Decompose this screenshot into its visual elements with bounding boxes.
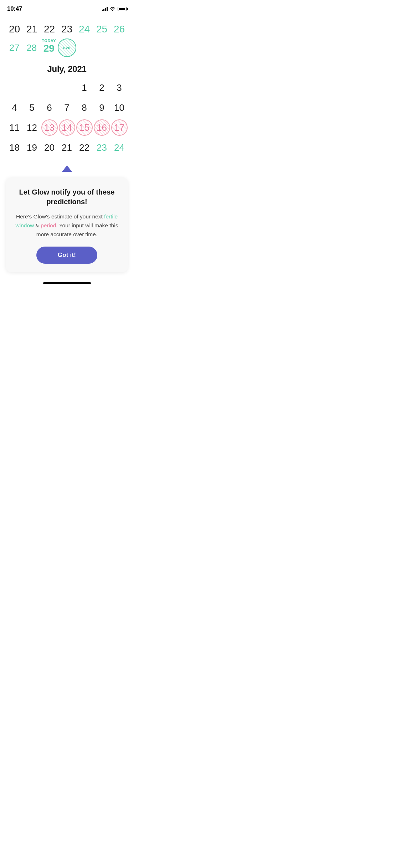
cal-period-15[interactable]: 15 bbox=[76, 118, 93, 137]
popup-card: Let Glow notify you of these predictions… bbox=[6, 177, 128, 272]
calendar-row-3: 11 12 13 14 15 16 bbox=[6, 118, 128, 137]
popup-body: Here's Glow's estimate of your next fert… bbox=[14, 212, 119, 239]
today-cell-29[interactable]: TODAY 29 bbox=[40, 38, 58, 57]
popup-body-part1: Here's Glow's estimate of your next bbox=[16, 213, 104, 219]
cal-empty-3: - bbox=[41, 78, 58, 97]
wifi-icon bbox=[110, 7, 115, 11]
mini-week-cell-24[interactable]: 24 bbox=[76, 21, 93, 37]
cal-day-2[interactable]: 2 bbox=[93, 78, 110, 97]
mini-week-cell-21[interactable]: 21 bbox=[23, 21, 41, 37]
cal-empty-1: - bbox=[6, 78, 23, 97]
cal-day-1[interactable]: 1 bbox=[76, 78, 93, 97]
mini-week-cell-26[interactable]: 26 bbox=[110, 21, 128, 37]
today-row: 27 28 TODAY 29 ovu bbox=[0, 38, 134, 57]
cal-day-8[interactable]: 8 bbox=[76, 98, 93, 117]
cal-period-13[interactable]: 13 bbox=[41, 118, 58, 137]
battery-icon bbox=[118, 7, 127, 11]
cal-period-17[interactable]: 17 bbox=[110, 118, 128, 137]
cal-day-4[interactable]: 4 bbox=[6, 98, 23, 117]
home-indicator bbox=[0, 278, 134, 287]
triangle-up-icon bbox=[62, 165, 72, 172]
mini-week-cell-25[interactable]: 25 bbox=[93, 21, 110, 37]
cal-empty-4: - bbox=[58, 78, 76, 97]
calendar-row-1: - - - - 1 2 3 bbox=[6, 78, 128, 97]
got-it-button[interactable]: Got it! bbox=[36, 247, 97, 264]
triangle-pointer bbox=[0, 158, 134, 177]
popup-title: Let Glow notify you of these predictions… bbox=[14, 187, 119, 207]
mini-day-28[interactable]: 28 bbox=[23, 38, 41, 57]
mini-week-cell-23[interactable]: 23 bbox=[58, 21, 76, 37]
cal-day-7[interactable]: 7 bbox=[58, 98, 76, 117]
cal-empty-2: - bbox=[23, 78, 41, 97]
cal-day-19[interactable]: 19 bbox=[23, 138, 41, 157]
mini-week-cell-22[interactable]: 22 bbox=[41, 21, 58, 37]
mini-day-27[interactable]: 27 bbox=[6, 38, 23, 57]
cal-day-24[interactable]: 24 bbox=[110, 138, 128, 157]
status-bar: 10:47 bbox=[0, 0, 134, 16]
calendar-row-4: 18 19 20 21 22 23 24 bbox=[6, 138, 128, 157]
cal-day-6[interactable]: 6 bbox=[41, 98, 58, 117]
ovu-cell[interactable]: ovu bbox=[58, 38, 76, 57]
mini-week-cell-20[interactable]: 20 bbox=[6, 21, 23, 37]
ovu-circle: ovu bbox=[58, 38, 76, 57]
cal-period-16[interactable]: 16 bbox=[93, 118, 110, 137]
cal-day-11[interactable]: 11 bbox=[6, 118, 23, 137]
signal-icon bbox=[102, 7, 108, 11]
calendar-grid: - - - - 1 2 3 4 5 6 7 8 9 10 11 12 13 14 bbox=[0, 78, 134, 157]
home-bar bbox=[43, 282, 91, 284]
month-title: July, 2021 bbox=[0, 58, 134, 78]
cal-day-9[interactable]: 9 bbox=[93, 98, 110, 117]
cal-day-23[interactable]: 23 bbox=[93, 138, 110, 157]
cal-day-3[interactable]: 3 bbox=[110, 78, 128, 97]
cal-day-12[interactable]: 12 bbox=[23, 118, 41, 137]
cal-period-14[interactable]: 14 bbox=[58, 118, 76, 137]
cal-day-22[interactable]: 22 bbox=[76, 138, 93, 157]
period-link: period bbox=[41, 222, 56, 228]
cal-day-20[interactable]: 20 bbox=[41, 138, 58, 157]
cal-day-21[interactable]: 21 bbox=[58, 138, 76, 157]
status-icons bbox=[102, 7, 127, 11]
popup-body-part2: & bbox=[34, 222, 41, 228]
mini-week-row: 20 21 22 23 24 25 26 bbox=[0, 19, 134, 38]
cal-day-5[interactable]: 5 bbox=[23, 98, 41, 117]
calendar-row-2: 4 5 6 7 8 9 10 bbox=[6, 98, 128, 117]
cal-day-18[interactable]: 18 bbox=[6, 138, 23, 157]
status-time: 10:47 bbox=[7, 5, 22, 12]
cal-day-10[interactable]: 10 bbox=[110, 98, 128, 117]
